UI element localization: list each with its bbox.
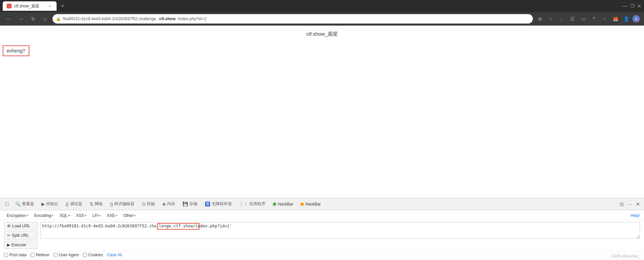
post-data-label: Post data — [9, 253, 27, 257]
style-icon: {} — [110, 201, 113, 207]
xxe-label: XXE — [107, 213, 115, 218]
devtools-tab-network[interactable]: ⇅ 网络 — [86, 199, 106, 209]
devtools-tab-app-label: 应用程序 — [249, 201, 265, 207]
load-url-label: Load URL — [12, 224, 30, 228]
help-icon[interactable]: ? — [589, 14, 598, 23]
tab-close-button[interactable]: × — [47, 3, 53, 9]
devtools-popout-button[interactable]: ⊡ — [618, 201, 625, 208]
hackbar-side-buttons: ⚙ Load URL ✂ Split URL ▶ Execute — [4, 222, 38, 249]
xxe-menu[interactable]: XXE ▾ — [104, 212, 120, 219]
load-url-icon: ⚙ — [7, 224, 11, 228]
tab-title: ctf.show_观星 — [14, 3, 39, 9]
lfi-menu[interactable]: LFI ▾ — [90, 212, 103, 219]
post-data-checkbox-label[interactable]: Post data — [4, 253, 27, 257]
devtools-tab-perf[interactable]: ◷ 性能 — [138, 199, 158, 209]
split-url-button[interactable]: ✂ Split URL — [4, 231, 38, 239]
extension1-icon[interactable]: ↓ — [557, 14, 566, 23]
console-icon: ▶ — [41, 201, 45, 207]
devtools-tab-console[interactable]: ▶ 控制台 — [38, 199, 62, 209]
home-button[interactable]: ⌂ — [40, 14, 50, 24]
new-tab-button[interactable]: + — [58, 1, 67, 11]
window-close-button[interactable]: ✕ — [637, 3, 641, 9]
devtools-tab-memory[interactable]: ◈ 内存 — [159, 199, 179, 209]
hackbar2-tab[interactable]: HackBar — [297, 199, 324, 209]
clear-all-button[interactable]: Clear All — [107, 253, 122, 257]
referer-checkbox[interactable] — [31, 253, 35, 257]
sync-icon[interactable]: ↑ — [600, 14, 609, 23]
other-menu[interactable]: Other ▾ — [121, 212, 138, 219]
viewer-icon: 🔍 — [15, 201, 21, 207]
xss-label: XSS — [76, 213, 84, 218]
devtools-tab-network-label: 网络 — [95, 201, 103, 207]
help-link[interactable]: Help! — [631, 213, 640, 218]
browser-navbar: ← → ↻ ⌂ 🔒 fba99101-d1c9-4ed3-ba94-2c0263… — [0, 12, 644, 26]
split-url-label: Split URL — [12, 233, 29, 238]
extensions-icon[interactable]: ⊞ — [536, 14, 544, 23]
bookmark-icon[interactable]: ☆ — [546, 14, 555, 23]
extensions3-icon[interactable]: 👤 — [622, 14, 631, 23]
xss-menu[interactable]: XSS ▾ — [73, 212, 89, 219]
encoding-chevron-icon: ▾ — [52, 214, 54, 217]
devtools-tab-memory-label: 内存 — [167, 201, 175, 207]
split-url-icon: ✂ — [7, 233, 10, 238]
accessibility-icon: ♿ — [205, 201, 210, 207]
window-minimize-button[interactable]: — — [622, 3, 627, 9]
devtools-close-button[interactable]: ✕ — [635, 201, 641, 208]
debugger-icon: {} — [66, 201, 69, 207]
post-data-checkbox[interactable] — [4, 253, 8, 257]
devtools-inspector-icon[interactable]: ⊡ — [3, 201, 11, 207]
url-textarea-wrapper — [40, 222, 640, 240]
cookies-label: Cookies — [88, 253, 103, 257]
execute-label: Execute — [11, 243, 26, 247]
devtools-tab-debugger[interactable]: {} 调试器 — [62, 199, 86, 209]
forward-button[interactable]: → — [16, 14, 26, 24]
lfi-chevron-icon: ▾ — [99, 214, 101, 217]
hackbar2-dot — [300, 202, 304, 206]
user-agent-checkbox[interactable] — [54, 253, 58, 257]
devtools-tab-app[interactable]: ⋮⋮ 应用程序 — [236, 199, 269, 209]
address-rest-text: /index.php?id=1' — [178, 16, 207, 21]
sql-menu[interactable]: SQL ▾ — [57, 212, 73, 219]
csdn-watermark: CSDN @sec0nd_ — [611, 254, 640, 258]
xss-chevron-icon: ▾ — [85, 214, 87, 217]
devtools-tab-viewer[interactable]: 🔍 查看器 — [12, 199, 37, 209]
referer-checkbox-label[interactable]: Referer — [31, 253, 50, 257]
storage-icon: 💾 — [183, 201, 188, 207]
load-url-button[interactable]: ⚙ Load URL — [4, 222, 38, 230]
avatar[interactable]: A — [633, 15, 640, 23]
address-bar[interactable]: 🔒 fba99101-d1c9-4ed3-ba94-2c0263697f52.c… — [53, 14, 533, 24]
hackbar1-tab[interactable]: HackBar — [269, 199, 296, 209]
hackbar1-dot — [273, 202, 276, 206]
devtools-tab-style[interactable]: {} 样式编辑器 — [107, 199, 138, 209]
refresh-button[interactable]: ↻ — [28, 14, 38, 24]
devtools-tab-storage[interactable]: 💾 存储 — [179, 199, 201, 209]
nav-right-icons: ⊞ ☆ ↓ ☰ ▭ ? ↑ 🦊 👤 A — [536, 14, 640, 23]
hackbar-url-section: ⚙ Load URL ✂ Split URL ▶ Execute — [0, 220, 644, 251]
xxe-chevron-icon: ▾ — [116, 214, 117, 217]
browser-tab[interactable]: c ctf.show_观星 × — [3, 1, 57, 11]
extension2-icon[interactable]: 🦊 — [611, 14, 620, 23]
devtools-more-button[interactable]: ··· — [626, 201, 633, 208]
devtools-tab-accessibility[interactable]: ♿ 无障碍环境 — [201, 199, 235, 209]
back-button[interactable]: ← — [4, 14, 13, 24]
devtools-tab-perf-label: 性能 — [147, 201, 155, 207]
address-normal-text: fba99101-d1c9-4ed3-ba94-2c0263697f52.cha… — [63, 16, 157, 21]
history-icon[interactable]: ☰ — [568, 14, 577, 23]
screenshots-icon[interactable]: ▭ — [579, 14, 587, 23]
hackbar1-label: HackBar — [278, 202, 293, 207]
devtools-tab-console-label: 控制台 — [46, 201, 58, 207]
hackbar-bottom-row: Post data Referer User Agent Cookies Cle… — [0, 251, 644, 259]
cookies-checkbox[interactable] — [83, 253, 87, 257]
memory-icon: ◈ — [162, 201, 166, 207]
user-agent-checkbox-label[interactable]: User Agent — [54, 253, 79, 257]
encoding-menu[interactable]: Encoding ▾ — [32, 212, 56, 219]
url-input[interactable] — [40, 222, 640, 239]
devtools-right-buttons: ⊡ ··· ✕ — [618, 201, 641, 208]
page-content: ctf.show_观星 enheng? — [0, 26, 644, 198]
encryption-menu[interactable]: Encryption ▾ — [4, 212, 31, 219]
address-bold-text: ctf.show — [159, 16, 176, 21]
hackbar-panel: Encryption ▾ Encoding ▾ SQL ▾ XSS ▾ LFI … — [0, 210, 644, 260]
window-restore-button[interactable]: ❐ — [630, 3, 635, 9]
cookies-checkbox-label[interactable]: Cookies — [83, 253, 103, 257]
execute-button[interactable]: ▶ Execute — [4, 241, 38, 249]
